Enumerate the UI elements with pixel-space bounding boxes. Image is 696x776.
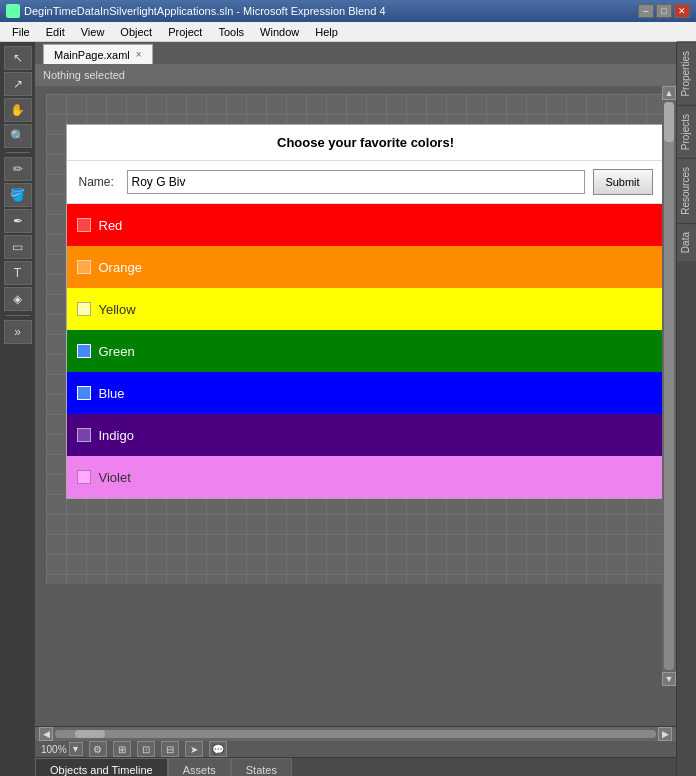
menu-item-object[interactable]: Object <box>112 24 160 40</box>
design-canvas: Choose your favorite colors! Name: Submi… <box>46 94 666 584</box>
main-tab[interactable]: MainPage.xaml × <box>43 44 153 64</box>
app-frame: Choose your favorite colors! Name: Submi… <box>66 124 666 499</box>
tool-pan[interactable]: ✋ <box>4 98 32 122</box>
bottom-tab-objects-and-timeline[interactable]: Objects and Timeline <box>35 758 168 776</box>
menu-item-project[interactable]: Project <box>160 24 210 40</box>
color-row-green: Green <box>67 330 665 372</box>
scroll-thumb-h[interactable] <box>75 730 105 738</box>
tool-eyedropper[interactable]: ✏ <box>4 157 32 181</box>
color-checkbox-red[interactable] <box>77 218 91 232</box>
tool-asset[interactable]: ◈ <box>4 287 32 311</box>
scroll-left-button[interactable]: ◀ <box>39 727 53 741</box>
color-label-blue: Blue <box>99 386 125 401</box>
tool-select[interactable]: ↖ <box>4 46 32 70</box>
nothing-selected-bar: Nothing selected <box>35 64 676 86</box>
color-row-blue: Blue <box>67 372 665 414</box>
scroll-thumb[interactable] <box>664 102 674 142</box>
zoom-display: 100% ▼ <box>41 742 83 756</box>
tool-paint-bucket[interactable]: 🪣 <box>4 183 32 207</box>
menu-item-tools[interactable]: Tools <box>210 24 252 40</box>
status-icon-1[interactable]: ⚙ <box>89 741 107 757</box>
scroll-track <box>664 102 674 670</box>
menu-bar: FileEditViewObjectProjectToolsWindowHelp <box>0 22 696 42</box>
title-controls: – □ ✕ <box>638 4 690 18</box>
color-row-violet: Violet <box>67 456 665 498</box>
menu-item-window[interactable]: Window <box>252 24 307 40</box>
tool-more[interactable]: » <box>4 320 32 344</box>
tool-rectangle[interactable]: ▭ <box>4 235 32 259</box>
maximize-button[interactable]: □ <box>656 4 672 18</box>
main-layout: ↖ ↗ ✋ 🔍 ✏ 🪣 ✒ ▭ T ◈ » MainPage.xaml × No… <box>0 42 696 776</box>
color-row-orange: Orange <box>67 246 665 288</box>
status-icon-3[interactable]: ⊡ <box>137 741 155 757</box>
bottom-tabs: Objects and TimelineAssetsStates <box>35 757 676 776</box>
bottom-area: ◀ ▶ 100% ▼ ⚙ ⊞ ⊡ ⊟ ➤ 💬 Objects and Timel… <box>35 726 676 776</box>
app-icon <box>6 4 20 18</box>
horizontal-scrollbar[interactable]: ◀ ▶ <box>35 727 676 741</box>
color-row-indigo: Indigo <box>67 414 665 456</box>
panel-tab-properties[interactable]: Properties <box>677 42 696 105</box>
zoom-dropdown-button[interactable]: ▼ <box>69 742 83 756</box>
tool-zoom[interactable]: 🔍 <box>4 124 32 148</box>
left-toolbar: ↖ ↗ ✋ 🔍 ✏ 🪣 ✒ ▭ T ◈ » <box>0 42 35 776</box>
scroll-track-h <box>55 730 656 738</box>
title-bar: DeginTimeDataInSilverlightApplications.s… <box>0 0 696 22</box>
tab-close-icon[interactable]: × <box>136 49 142 60</box>
tool-text[interactable]: T <box>4 261 32 285</box>
nothing-selected-label: Nothing selected <box>43 69 125 81</box>
color-checkbox-violet[interactable] <box>77 470 91 484</box>
status-icon-5[interactable]: ➤ <box>185 741 203 757</box>
center-area: MainPage.xaml × Nothing selected Choose … <box>35 42 676 776</box>
design-area[interactable]: Nothing selected Choose your favorite co… <box>35 64 676 726</box>
toolbar-separator-1 <box>6 152 30 153</box>
panel-tab-resources[interactable]: Resources <box>677 158 696 223</box>
tab-label: MainPage.xaml <box>54 49 130 61</box>
menu-item-help[interactable]: Help <box>307 24 346 40</box>
name-input[interactable] <box>127 170 585 194</box>
status-icon-4[interactable]: ⊟ <box>161 741 179 757</box>
toolbar-separator-2 <box>6 315 30 316</box>
status-icon-2[interactable]: ⊞ <box>113 741 131 757</box>
panel-tab-projects[interactable]: Projects <box>677 105 696 158</box>
name-row: Name: Submit <box>67 161 665 204</box>
bottom-tab-assets[interactable]: Assets <box>168 758 231 776</box>
color-list: RedOrangeYellowGreenBlueIndigoViolet <box>67 204 665 498</box>
vertical-scrollbar[interactable]: ▲ ▼ <box>662 86 676 686</box>
color-label-indigo: Indigo <box>99 428 134 443</box>
panel-tab-data[interactable]: Data <box>677 223 696 261</box>
color-checkbox-blue[interactable] <box>77 386 91 400</box>
name-label: Name: <box>79 175 119 189</box>
app-header: Choose your favorite colors! <box>67 125 665 161</box>
menu-item-edit[interactable]: Edit <box>38 24 73 40</box>
minimize-button[interactable]: – <box>638 4 654 18</box>
submit-button[interactable]: Submit <box>593 169 653 195</box>
tool-pen[interactable]: ✒ <box>4 209 32 233</box>
menu-item-view[interactable]: View <box>73 24 113 40</box>
zoom-value: 100% <box>41 744 67 755</box>
color-checkbox-indigo[interactable] <box>77 428 91 442</box>
window-title: DeginTimeDataInSilverlightApplications.s… <box>24 5 638 17</box>
tab-bar: MainPage.xaml × <box>35 42 676 64</box>
status-icon-6[interactable]: 💬 <box>209 741 227 757</box>
status-bar: 100% ▼ ⚙ ⊞ ⊡ ⊟ ➤ 💬 <box>35 741 676 757</box>
color-label-violet: Violet <box>99 470 131 485</box>
color-row-yellow: Yellow <box>67 288 665 330</box>
right-panel: PropertiesProjectsResourcesData <box>676 42 696 776</box>
scroll-down-button[interactable]: ▼ <box>662 672 676 686</box>
color-row-red: Red <box>67 204 665 246</box>
tool-direct-select[interactable]: ↗ <box>4 72 32 96</box>
color-checkbox-green[interactable] <box>77 344 91 358</box>
bottom-tab-states[interactable]: States <box>231 758 292 776</box>
canvas-wrapper: Choose your favorite colors! Name: Submi… <box>43 94 668 584</box>
color-label-orange: Orange <box>99 260 142 275</box>
scroll-up-button[interactable]: ▲ <box>662 86 676 100</box>
color-checkbox-orange[interactable] <box>77 260 91 274</box>
menu-item-file[interactable]: File <box>4 24 38 40</box>
scroll-right-button[interactable]: ▶ <box>658 727 672 741</box>
close-button[interactable]: ✕ <box>674 4 690 18</box>
color-label-green: Green <box>99 344 135 359</box>
color-label-red: Red <box>99 218 123 233</box>
color-label-yellow: Yellow <box>99 302 136 317</box>
color-checkbox-yellow[interactable] <box>77 302 91 316</box>
